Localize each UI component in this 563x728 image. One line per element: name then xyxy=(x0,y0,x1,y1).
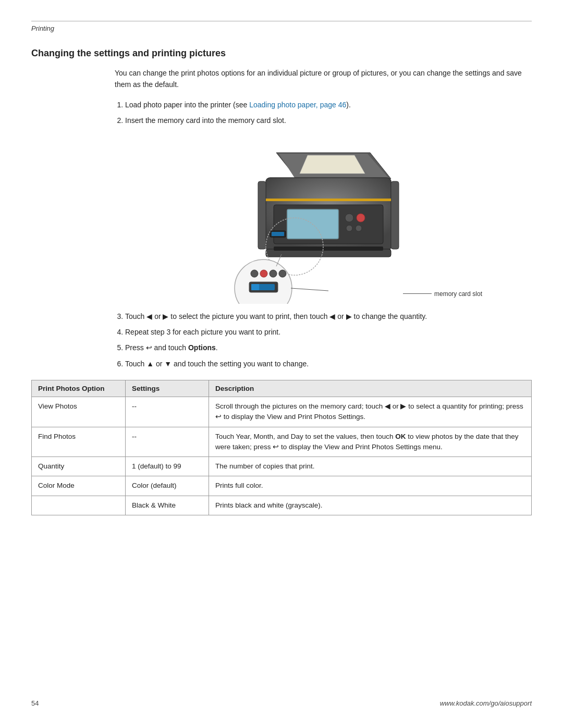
intro-text: You can change the print photos options … xyxy=(115,67,532,91)
description-cell: Prints full color. xyxy=(209,476,532,496)
step-2-text: Insert the memory card into the memory c… xyxy=(125,116,286,125)
step-3: Touch ◀ or ▶ to select the picture you w… xyxy=(125,311,532,322)
svg-point-9 xyxy=(346,225,352,231)
svg-marker-2 xyxy=(300,155,365,174)
step-3-text: Touch ◀ or ▶ to select the picture you w… xyxy=(125,312,427,320)
settings-cell: 1 (default) to 99 xyxy=(126,457,209,476)
option-cell: Quantity xyxy=(32,457,126,476)
svg-point-23 xyxy=(251,270,258,277)
option-cell xyxy=(32,496,126,515)
option-cell: View Photos xyxy=(32,397,126,427)
svg-rect-22 xyxy=(251,284,259,290)
step-6-text: Touch ▲ or ▼ and touch the setting you w… xyxy=(125,360,309,368)
option-cell: Color Mode xyxy=(32,476,126,496)
svg-point-7 xyxy=(345,214,353,222)
loading-paper-link[interactable]: Loading photo paper, page 46 xyxy=(249,101,346,109)
col-header-description: Description xyxy=(209,380,532,397)
description-cell: The number of copies that print. xyxy=(209,457,532,476)
svg-rect-12 xyxy=(272,232,284,236)
description-cell: Touch Year, Month, and Day to set the va… xyxy=(209,427,532,457)
memory-card-label-text: memory card slot xyxy=(434,290,482,298)
steps-before-list: Load photo paper into the printer (see L… xyxy=(125,99,532,127)
table-row: Black & White Prints black and white (gr… xyxy=(32,496,532,515)
description-cell: Scroll through the pictures on the memor… xyxy=(209,397,532,427)
top-rule xyxy=(31,21,532,21)
svg-rect-15 xyxy=(391,181,399,249)
step-1-text-after: ). xyxy=(346,101,351,109)
page: Printing Changing the settings and print… xyxy=(0,0,563,728)
svg-point-26 xyxy=(279,270,286,277)
desc-text-0: Scroll through the pictures on the memor… xyxy=(215,402,523,421)
table-header-row: Print Photos Option Settings Description xyxy=(32,380,532,397)
svg-line-28 xyxy=(291,288,328,291)
section-title: Changing the settings and printing pictu… xyxy=(31,48,532,59)
step-6: Touch ▲ or ▼ and touch the setting you w… xyxy=(125,358,532,369)
svg-rect-17 xyxy=(266,199,391,201)
desc-text-1: Touch Year, Month, and Day to set the va… xyxy=(215,433,519,451)
step-1: Load photo paper into the printer (see L… xyxy=(125,99,532,110)
step-1-text-before: Load photo paper into the printer (see xyxy=(125,101,249,109)
option-cell: Find Photos xyxy=(32,427,126,457)
description-cell: Prints black and white (grayscale). xyxy=(209,496,532,515)
step-5-text: Press ↩ and touch Options. xyxy=(125,343,218,352)
printer-image-container: memory card slot xyxy=(115,137,532,305)
step-5: Press ↩ and touch Options. xyxy=(125,342,532,353)
svg-point-25 xyxy=(270,270,277,277)
memory-card-label: memory card slot xyxy=(403,290,482,298)
page-number: 54 xyxy=(31,699,39,707)
col-header-option: Print Photos Option xyxy=(32,380,126,397)
table-row: Quantity 1 (default) to 99 The number of… xyxy=(32,457,532,476)
col-header-settings: Settings xyxy=(126,380,209,397)
svg-point-8 xyxy=(357,214,365,222)
footer-url: www.kodak.com/go/aiosupport xyxy=(440,699,532,707)
settings-cell: -- xyxy=(126,397,209,427)
settings-cell: Color (default) xyxy=(126,476,209,496)
svg-rect-16 xyxy=(258,181,266,249)
table-row: Color Mode Color (default) Prints full c… xyxy=(32,476,532,496)
options-table: Print Photos Option Settings Description… xyxy=(31,380,532,515)
label-line xyxy=(403,293,432,294)
step-4: Repeat step 3 for each picture you want … xyxy=(125,326,532,338)
settings-cell: -- xyxy=(126,427,209,457)
table-row: View Photos -- Scroll through the pictur… xyxy=(32,397,532,427)
page-header: Printing xyxy=(31,24,532,32)
content-area: You can change the print photos options … xyxy=(115,67,532,369)
svg-point-10 xyxy=(356,225,362,231)
step-4-text: Repeat step 3 for each picture you want … xyxy=(125,328,280,336)
svg-rect-14 xyxy=(274,246,383,251)
settings-cell: Black & White xyxy=(126,496,209,515)
printer-svg xyxy=(214,137,433,304)
table-row: Find Photos -- Touch Year, Month, and Da… xyxy=(32,427,532,457)
printer-illustration: memory card slot xyxy=(214,137,433,305)
svg-point-24 xyxy=(260,270,267,277)
step-2: Insert the memory card into the memory c… xyxy=(125,115,532,126)
table-body: View Photos -- Scroll through the pictur… xyxy=(32,397,532,515)
steps-after-list: Touch ◀ or ▶ to select the picture you w… xyxy=(125,311,532,370)
page-footer: 54 www.kodak.com/go/aiosupport xyxy=(31,699,532,707)
table-header: Print Photos Option Settings Description xyxy=(32,380,532,397)
